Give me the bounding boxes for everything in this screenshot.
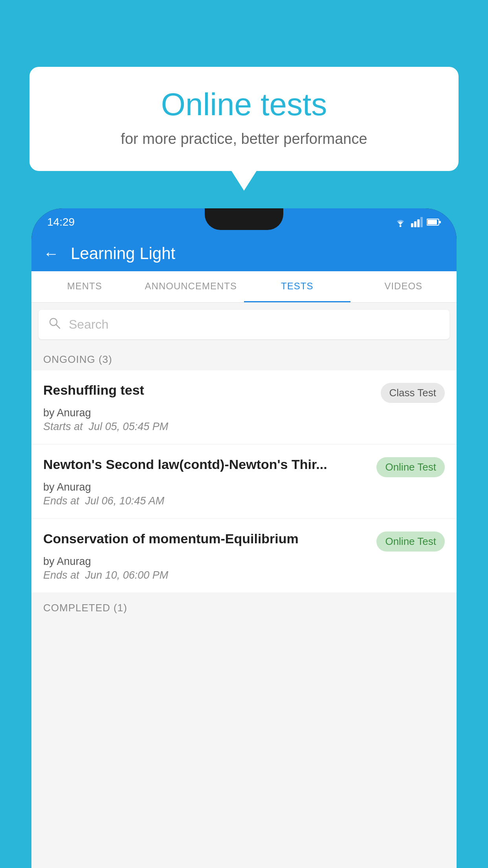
svg-point-0 (400, 225, 402, 227)
test-item[interactable]: Newton's Second law(contd)-Newton's Thir… (31, 445, 457, 518)
svg-rect-7 (439, 221, 441, 223)
tab-ments[interactable]: MENTS (31, 271, 138, 302)
ongoing-section-header: ONGOING (3) (31, 346, 457, 370)
tab-tests[interactable]: TESTS (244, 271, 350, 302)
svg-rect-3 (417, 219, 420, 227)
svg-line-9 (56, 325, 60, 328)
tab-announcements[interactable]: ANNOUNCEMENTS (138, 271, 244, 302)
test-time: Starts at Jul 05, 05:45 PM (43, 421, 445, 433)
test-by: by Anurag (43, 407, 445, 419)
svg-rect-4 (420, 217, 423, 227)
status-bar: 14:29 (31, 208, 457, 236)
search-placeholder: Search (69, 317, 108, 332)
test-badge: Class Test (381, 383, 445, 403)
wifi-icon (394, 217, 407, 227)
svg-rect-6 (427, 220, 437, 224)
app-title: Learning Light (71, 244, 175, 263)
phone-frame: 14:29 ← Le (31, 208, 457, 868)
status-time: 14:29 (47, 216, 75, 228)
battery-icon (427, 218, 441, 226)
back-button[interactable]: ← (43, 245, 59, 263)
test-time: Ends at Jul 06, 10:45 AM (43, 495, 445, 507)
test-item[interactable]: Reshuffling test Class Test by Anurag St… (31, 370, 457, 444)
tabs-bar: MENTS ANNOUNCEMENTS TESTS VIDEOS (31, 271, 457, 303)
test-name: Conservation of momentum-Equilibrium (43, 530, 369, 547)
test-item[interactable]: Conservation of momentum-Equilibrium Onl… (31, 519, 457, 592)
bubble-subtitle: for more practice, better performance (53, 131, 435, 147)
test-by: by Anurag (43, 481, 445, 493)
speech-bubble: Online tests for more practice, better p… (29, 67, 459, 171)
test-by: by Anurag (43, 555, 445, 568)
test-badge: Online Test (376, 457, 445, 477)
test-time: Ends at Jun 10, 06:00 PM (43, 569, 445, 581)
svg-rect-1 (411, 223, 413, 227)
test-name: Reshuffling test (43, 381, 373, 399)
search-bar[interactable]: Search (39, 310, 449, 339)
signal-icon (411, 217, 423, 227)
svg-rect-2 (414, 221, 416, 227)
test-badge: Online Test (376, 531, 445, 552)
status-icons (394, 217, 441, 227)
tab-videos[interactable]: VIDEOS (350, 271, 457, 302)
search-icon (48, 316, 61, 333)
phone-content: Search ONGOING (3) Reshuffling test Clas… (31, 303, 457, 868)
completed-section-header: COMPLETED (1) (31, 595, 457, 619)
test-name: Newton's Second law(contd)-Newton's Thir… (43, 456, 369, 473)
app-header: ← Learning Light (31, 236, 457, 271)
bubble-title: Online tests (53, 86, 435, 123)
